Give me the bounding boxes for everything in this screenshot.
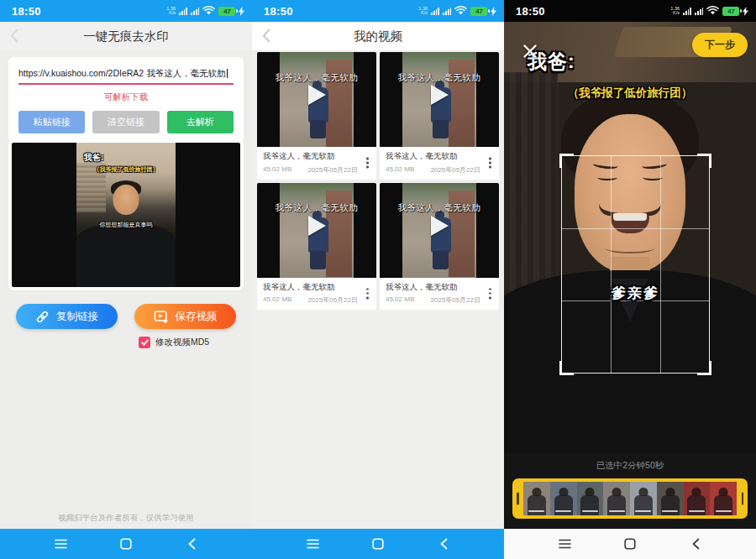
crop-frame[interactable]: 爹亲爹	[561, 155, 710, 374]
signal-icon-2	[191, 7, 199, 15]
editor-timeline-section: 已选中2分钟50秒	[504, 453, 756, 529]
status-bar: 18:50 1.36 K/s 47	[504, 0, 756, 22]
more-options-icon[interactable]	[365, 156, 370, 170]
video-size: 45.02 MB	[263, 165, 291, 175]
copy-link-button[interactable]: 复制链接	[16, 304, 118, 329]
play-icon[interactable]	[429, 84, 449, 109]
video-size: 45.02 MB	[386, 295, 414, 305]
video-caption-paren: （我爷报了低价旅行团）	[76, 165, 176, 174]
md5-checkbox[interactable]	[139, 337, 150, 348]
video-card[interactable]: 我爷这人，毫无软肋 我爷这人，毫无软肋 45.02 MB 2025年05月22日	[380, 183, 499, 311]
parse-hint-text: 可解析下载	[18, 91, 234, 103]
page-title: 我的视频	[252, 29, 504, 44]
clock: 18:50	[516, 5, 545, 18]
back-icon[interactable]	[262, 29, 270, 46]
recents-icon[interactable]	[50, 535, 71, 553]
signal-icon-2	[443, 7, 451, 15]
video-card[interactable]: 我爷这人，毫无软肋 我爷这人，毫无软肋 45.02 MB 2025年05月22日	[257, 52, 376, 180]
nav-back-icon[interactable]	[181, 535, 202, 553]
save-video-icon	[154, 310, 169, 324]
thumbnail-caption: 我爷这人，毫无软肋	[260, 72, 373, 84]
home-icon[interactable]	[367, 535, 389, 553]
charging-bolt-icon	[239, 7, 244, 16]
more-options-icon[interactable]	[487, 156, 493, 170]
back-icon[interactable]	[10, 29, 18, 46]
crop-handle-bottom-left[interactable]	[559, 361, 574, 375]
android-nav-bar	[0, 529, 252, 559]
battery-icon: 47	[470, 7, 496, 16]
home-icon[interactable]	[619, 535, 641, 553]
clock: 18:50	[264, 5, 293, 18]
timeline-filmstrip[interactable]	[512, 478, 748, 519]
play-icon[interactable]	[307, 215, 327, 240]
nav-back-icon[interactable]	[433, 535, 454, 553]
charging-bolt-icon	[743, 7, 748, 16]
battery-icon: 47	[218, 7, 244, 16]
title-bar: 一键无痕去水印	[0, 22, 252, 50]
save-video-button[interactable]: 保存视频	[134, 304, 236, 329]
video-date: 2025年05月22日	[307, 295, 358, 305]
nav-back-icon[interactable]	[685, 535, 706, 553]
link-input[interactable]: https://v.kuaishou.com/2DIeRA2 我爷这人，毫无软肋	[18, 68, 234, 85]
trim-handle-left[interactable]	[517, 493, 519, 505]
video-size: 45.02 MB	[386, 165, 414, 175]
filmstrip-frame	[603, 482, 630, 515]
video-caption-paren: （我爷报了低价旅行团）	[504, 86, 756, 101]
video-card[interactable]: 我爷这人，毫无软肋 我爷这人，毫无软肋 45.02 MB 2025年05月22日	[257, 183, 376, 311]
disclaimer-text: 视频归平台及作者所有，仅供学习使用	[0, 513, 252, 524]
parse-button[interactable]: 去解析	[167, 111, 234, 133]
video-thumbnail[interactable]: 我爷这人，毫无软肋	[257, 52, 376, 147]
md5-option: 修改视频MD5	[139, 337, 209, 348]
video-card[interactable]: 我爷这人，毫无软肋 我爷这人，毫无软肋 45.02 MB 2025年05月22日	[380, 52, 499, 180]
clear-link-button[interactable]: 清空链接	[92, 111, 159, 133]
video-size: 45.02 MB	[263, 295, 291, 305]
play-icon[interactable]	[307, 84, 327, 109]
video-title: 我爷这人，毫无软肋	[386, 151, 480, 162]
video-preview[interactable]: 我爸: （我爷报了低价旅行团） 你想想那能是真事吗	[12, 143, 240, 287]
crop-handle-top-right[interactable]	[697, 154, 711, 168]
recents-icon[interactable]	[302, 535, 323, 553]
editor-video-canvas[interactable]: 我爸: （我爷报了低价旅行团） 爹亲爹 下一步	[504, 22, 756, 453]
home-icon[interactable]	[115, 535, 137, 553]
title-bar: 我的视频	[252, 22, 504, 50]
next-step-button[interactable]: 下一步	[692, 33, 748, 57]
video-thumbnail[interactable]: 我爷这人，毫无软肋	[380, 183, 499, 278]
close-icon[interactable]	[519, 40, 541, 65]
status-bar: 18:50 1.36 K/s 47	[0, 0, 252, 22]
md5-label: 修改视频MD5	[155, 337, 209, 348]
video-title: 我爷这人，毫无软肋	[386, 282, 480, 293]
filmstrip-frame	[684, 482, 711, 515]
video-frame: 我爸: （我爷报了低价旅行团） 你想想那能是真事吗	[76, 143, 176, 287]
trim-handle-right[interactable]	[742, 493, 744, 505]
link-icon	[35, 310, 50, 324]
clock: 18:50	[12, 5, 41, 18]
thumbnail-caption: 我爷这人，毫无软肋	[383, 202, 496, 214]
filmstrip-frame	[523, 482, 550, 515]
video-thumbnail[interactable]: 我爷这人，毫无软肋	[380, 52, 499, 147]
video-thumbnail[interactable]: 我爷这人，毫无软肋	[257, 183, 376, 278]
wifi-icon	[706, 3, 719, 18]
crop-handle-bottom-right[interactable]	[697, 361, 711, 375]
filmstrip-frame	[630, 482, 657, 515]
filmstrip-frame	[550, 482, 577, 515]
video-date: 2025年05月22日	[307, 165, 358, 175]
video-title: 我爷这人，毫无软肋	[263, 282, 358, 293]
video-title: 我爷这人，毫无软肋	[263, 151, 358, 162]
panel-video-editor: 18:50 1.36 K/s 47	[504, 0, 756, 559]
network-speed: 1.36 K/s	[418, 7, 428, 16]
wifi-icon	[202, 3, 215, 18]
more-options-icon[interactable]	[487, 286, 493, 300]
page-title: 一键无痕去水印	[0, 29, 252, 44]
signal-icon	[179, 7, 187, 15]
video-caption-subtitle: 你想想那能是真事吗	[76, 221, 176, 229]
paste-link-button[interactable]: 粘贴链接	[18, 111, 85, 133]
crop-handle-top-left[interactable]	[559, 154, 574, 168]
android-nav-bar	[504, 529, 756, 559]
filmstrip-frame	[710, 482, 737, 515]
link-parse-card: https://v.kuaishou.com/2DIeRA2 我爷这人，毫无软肋…	[8, 57, 244, 144]
video-sticker-text: 爹亲爹	[562, 284, 709, 303]
play-icon[interactable]	[429, 215, 449, 240]
more-options-icon[interactable]	[365, 286, 370, 300]
recents-icon[interactable]	[554, 535, 575, 553]
video-caption-name: 我爸:	[84, 152, 103, 164]
